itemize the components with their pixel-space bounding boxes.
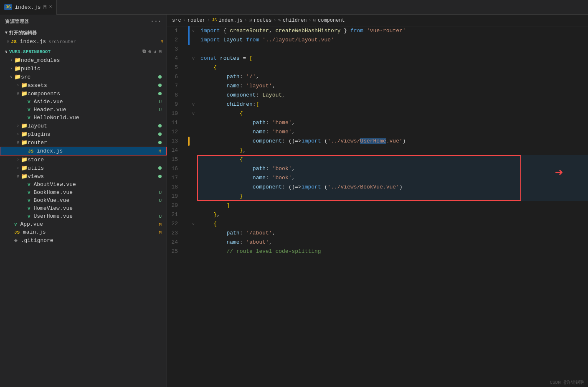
code-line-24[interactable]: name: 'about', — [197, 238, 588, 247]
open-file-name: index.js — [20, 38, 46, 45]
bookvue-vue-badge: U — [159, 198, 167, 203]
code-line-25[interactable]: // route level code-splitting — [197, 247, 588, 256]
fold-12 — [190, 127, 197, 137]
sidebar-item-store[interactable]: › 📁 store — [0, 155, 167, 164]
code-line-8[interactable]: component: Layout, — [197, 91, 588, 100]
sidebar-item-node-modules[interactable]: › 📁 node_modules — [0, 56, 167, 64]
code-line-11[interactable]: path: 'home', — [197, 118, 588, 127]
code-content[interactable]: ➜ import { createRouter, createWebHashHi… — [197, 26, 588, 387]
sidebar-item-assets[interactable]: › 📁 assets — [0, 81, 167, 89]
sidebar-item-helloworld-vue[interactable]: V HelloWorld.vue — [0, 114, 167, 122]
file-tab[interactable]: JS index.js M × — [0, 0, 57, 15]
assets-dot — [158, 84, 162, 87]
sidebar-item-layout[interactable]: › 📁 layout — [0, 122, 167, 130]
sidebar-item-views[interactable]: ∨ 📁 views — [0, 172, 167, 181]
sidebar-item-userhome-vue[interactable]: V UserHome.vue U — [0, 212, 167, 220]
sidebar-item-src[interactable]: ∨ 📁 src — [0, 73, 167, 81]
bc-js-icon: JS — [212, 18, 217, 23]
code-line-18[interactable]: component: ()=>import ('../views/BookVue… — [197, 183, 588, 192]
sidebar-item-components[interactable]: ∨ 📁 components — [0, 89, 167, 98]
code-text-18: component: ()=>import ('../views/BookVue… — [200, 183, 588, 192]
fold-21 — [190, 210, 197, 219]
code-text-1: import { createRouter, createWebHashHist… — [200, 26, 588, 36]
sidebar-item-aside-vue[interactable]: V Aside.vue U — [0, 98, 167, 106]
sidebar-item-main-js[interactable]: JS main.js M — [0, 228, 167, 236]
code-line-17[interactable]: name: 'book', — [197, 173, 588, 183]
utils-label: utils — [28, 165, 158, 171]
fold-1[interactable]: v — [190, 26, 197, 36]
bc-routes: routes — [253, 18, 271, 23]
code-line-20[interactable]: ] — [197, 201, 588, 210]
fold-16 — [190, 164, 197, 173]
ln-14: 14 — [167, 146, 181, 155]
code-line-15[interactable]: { — [197, 155, 588, 164]
bc-component-icon: ⊡ — [313, 17, 316, 23]
code-line-7[interactable]: name: 'layout', — [197, 81, 588, 91]
folder-icon: 📁 — [21, 139, 28, 146]
ln-23: 23 — [167, 229, 181, 238]
layout-dot — [158, 124, 162, 127]
code-line-19[interactable]: } — [197, 192, 588, 201]
code-line-21[interactable]: }, — [197, 210, 588, 219]
sidebar-item-bookhome-vue[interactable]: V BookHome.vue U — [0, 188, 167, 196]
sidebar-item-utils[interactable]: › 📁 utils — [0, 164, 167, 172]
code-text-4: const routes = [ — [200, 54, 588, 63]
code-line-9[interactable]: children:[ — [197, 100, 588, 109]
code-line-1[interactable]: import { createRouter, createWebHashHist… — [197, 26, 588, 36]
ln-21: 21 — [167, 210, 181, 219]
fold-9[interactable]: v — [190, 100, 197, 109]
code-line-12[interactable]: name: 'home', — [197, 127, 588, 137]
fold-10[interactable]: v — [190, 109, 197, 118]
ln-9: 9 — [167, 100, 181, 109]
ln-13: 13 — [167, 137, 181, 146]
more-icon[interactable]: ··· — [150, 18, 162, 25]
sidebar-item-router[interactable]: ∨ 📁 router — [0, 138, 167, 147]
code-line-10[interactable]: { — [197, 109, 588, 118]
code-line-4[interactable]: const routes = [ — [197, 54, 588, 63]
open-file-item[interactable]: × JS index.js src\router M — [0, 38, 167, 46]
project-arrow: ∨ — [5, 49, 8, 54]
bc-router: router — [188, 18, 205, 23]
ln-19: 19 — [167, 192, 181, 201]
code-line-13[interactable]: 💡 component: ()=>import ('../views/UserH… — [197, 137, 588, 146]
fold-14 — [190, 146, 197, 155]
sidebar-item-public[interactable]: › 📁 public — [0, 64, 167, 73]
code-line-3[interactable] — [197, 45, 588, 54]
code-line-22[interactable]: { — [197, 219, 588, 229]
sidebar-item-header-vue[interactable]: V Header.vue U — [0, 106, 167, 114]
code-line-16[interactable]: path: 'book', — [197, 164, 588, 173]
code-line-6[interactable]: path: '/', — [197, 72, 588, 81]
sidebar-item-bookvue-vue[interactable]: V BookVue.vue U — [0, 196, 167, 204]
src-dot — [158, 75, 162, 79]
copy-icon[interactable]: ⧉ — [142, 49, 146, 54]
sidebar-item-gitignore[interactable]: ◆ .gitignore — [0, 236, 167, 244]
project-section[interactable]: ∨ VUE3-SPRINGBOOT ⧉ ⊕ ↺ ⊟ — [0, 47, 167, 56]
folder-arrow-icon: › — [15, 132, 21, 137]
sidebar-item-homeview-vue[interactable]: V HomeView.vue — [0, 204, 167, 212]
folder-icon: 📁 — [21, 122, 28, 129]
code-line-5[interactable]: { — [197, 63, 588, 72]
bc-routes-icon: ⊡ — [249, 17, 252, 23]
code-text-19: } — [200, 192, 588, 201]
editor-area: src › router › JS index.js › ⊡ routes › … — [167, 15, 588, 387]
fold-22[interactable]: v — [190, 219, 197, 229]
views-dot — [158, 175, 162, 178]
add-folder-icon[interactable]: ⊕ — [148, 49, 151, 54]
ln-8: 8 — [167, 91, 181, 100]
sidebar-item-app-vue[interactable]: V App.vue M — [0, 220, 167, 228]
sidebar-item-plugins[interactable]: › 📁 plugins — [0, 130, 167, 138]
sidebar-item-index-js[interactable]: JS index.js M — [0, 147, 167, 155]
ln-20: 20 — [167, 201, 181, 210]
refresh-icon[interactable]: ↺ — [154, 49, 157, 54]
js-icon: JS — [4, 4, 12, 10]
open-editors-section[interactable]: ▼ 打开的编辑器 — [0, 28, 167, 38]
code-editor[interactable]: 1 2 3 4 5 6 7 8 9 10 11 12 13 14 15 16 1… — [167, 26, 588, 387]
code-line-2[interactable]: import Layout from '../layout/Layout.vue… — [197, 36, 588, 45]
sidebar-item-aboutview-vue[interactable]: V AboutView.vue — [0, 181, 167, 188]
open-file-close[interactable]: × — [7, 39, 10, 44]
code-line-23[interactable]: path: '/about', — [197, 229, 588, 238]
collapse-icon[interactable]: ⊟ — [159, 49, 162, 54]
fold-4[interactable]: v — [190, 54, 197, 63]
code-line-14[interactable]: }, — [197, 146, 588, 155]
tab-close-button[interactable]: × — [49, 4, 52, 10]
